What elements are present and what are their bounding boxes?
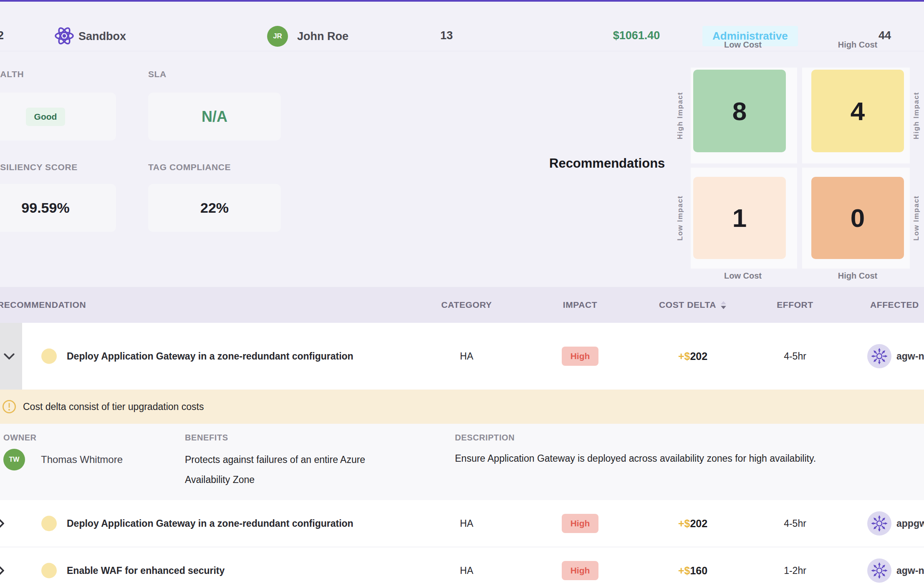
header-cost-delta-label: COST DELTA (659, 300, 716, 310)
row-expander[interactable] (0, 323, 22, 390)
quad-cell-low-impact-high-cost[interactable]: 0 (802, 168, 910, 269)
cost-delta-sign: +$ (678, 565, 690, 577)
alert-text: Cost delta consist of tier upgradation c… (23, 401, 204, 412)
chevron-down-icon[interactable] (4, 353, 15, 360)
recommendation-title[interactable]: Enable WAF for enhanced security (67, 565, 225, 576)
quad-right-label-high-impact: High Impact (912, 68, 924, 163)
health-status-badge: Good (26, 108, 66, 126)
table-row[interactable]: Enable WAF for enhanced security HA High… (0, 547, 924, 586)
severity-dot (41, 563, 57, 578)
severity-dot (41, 516, 57, 531)
quad-cell-high-impact-low-cost[interactable]: 8 (691, 68, 797, 163)
resiliency-card: 99.59% (0, 184, 116, 232)
quad-value-high-impact-high-cost[interactable]: 4 (811, 70, 904, 152)
chevron-right-icon[interactable] (0, 565, 4, 576)
impact-badge: High (562, 347, 599, 366)
benefits-text: Protects against failures of an entire A… (185, 450, 410, 490)
severity-dot (41, 349, 57, 364)
cost-delta-value: 202 (690, 518, 707, 530)
sla-value: N/A (202, 108, 227, 126)
effort-cell: 4-5hr (760, 323, 831, 390)
header-effort[interactable]: EFFORT (760, 287, 831, 323)
affected-resource-name[interactable]: appgw (896, 518, 924, 529)
cost-delta-cell: +$160 (643, 547, 743, 586)
recommendations-title: Recommendations (549, 156, 665, 171)
owner-label: OWNER (3, 433, 37, 443)
tag-compliance-label: TAG COMPLIANCE (148, 162, 231, 172)
affected-resource-chip[interactable]: appgw (867, 500, 924, 547)
resiliency-label: RESILIENCY SCORE (0, 162, 78, 172)
cost-delta-cell: +$202 (643, 323, 743, 390)
health-label: HEALTH (0, 69, 24, 79)
quad-cell-high-impact-high-cost[interactable]: 4 (802, 68, 910, 163)
quad-bottom-label-high-cost: High Cost (824, 271, 891, 281)
quad-top-label-high-cost: High Cost (824, 40, 891, 50)
category-cell: HA (433, 547, 500, 586)
quad-value-low-impact-low-cost[interactable]: 1 (693, 177, 786, 259)
quad-right-label-low-impact: Low Impact (912, 168, 924, 269)
affected-resource-name[interactable]: agw-ne (896, 351, 924, 362)
resiliency-value: 99.59% (21, 200, 69, 216)
table-header: RECOMMENDATION CATEGORY IMPACT COST DELT… (0, 287, 924, 323)
cost-delta-alert: Cost delta consist of tier upgradation c… (0, 390, 924, 424)
sort-icon[interactable] (720, 301, 727, 309)
recommendation-title[interactable]: Deploy Application Gateway in a zone-red… (67, 518, 353, 529)
impact-cell: High (547, 500, 613, 547)
workspace-atom-icon (54, 26, 74, 46)
user-name: John Roe (297, 30, 348, 43)
tag-compliance-value: 22% (200, 200, 229, 216)
header-category[interactable]: CATEGORY (433, 287, 500, 323)
sla-card: N/A (148, 93, 281, 141)
description-text: Ensure Application Gateway is deployed a… (455, 453, 918, 464)
quad-top-label-low-cost: Low Cost (709, 40, 776, 50)
tag-compliance-card: 22% (148, 184, 281, 232)
topbar-count: 13 (432, 29, 461, 42)
description-label: DESCRIPTION (455, 433, 515, 443)
table-row[interactable]: Deploy Application Gateway in a zone-red… (0, 500, 924, 547)
chevron-right-icon[interactable] (0, 518, 4, 529)
quad-value-high-impact-low-cost[interactable]: 8 (693, 70, 786, 152)
app-gateway-icon (867, 558, 891, 583)
effort-cell: 1-2hr (760, 547, 831, 586)
warning-icon (2, 400, 16, 414)
effort-cell: 4-5hr (760, 500, 831, 547)
user-avatar: JR (267, 26, 288, 47)
impact-badge: High (562, 514, 599, 533)
impact-cell: High (547, 323, 613, 390)
sla-label: SLA (148, 69, 167, 79)
quad-cell-low-impact-low-cost[interactable]: 1 (691, 168, 797, 269)
cost-delta-value: 202 (690, 350, 707, 362)
clipped-row-number: 2 (0, 29, 4, 42)
topbar-divider (0, 51, 924, 51)
health-card: Good (0, 93, 116, 141)
cost-delta-value: 160 (690, 565, 707, 577)
owner-avatar: TW (3, 449, 25, 470)
topbar-cost: $1061.40 (595, 29, 678, 42)
page: 2 Sandbox JR John Roe 13 $1061.40 Admini… (0, 0, 924, 586)
cost-delta-cell: +$202 (643, 500, 743, 547)
header-affected[interactable]: AFFECTED (870, 287, 924, 323)
cost-delta-sign: +$ (678, 350, 690, 362)
impact-badge: High (562, 561, 599, 580)
header-impact[interactable]: IMPACT (547, 287, 613, 323)
category-cell: HA (433, 500, 500, 547)
cost-delta-sign: +$ (678, 518, 690, 530)
affected-resource-chip[interactable]: agw-ne (867, 323, 924, 390)
quad-value-low-impact-high-cost[interactable]: 0 (811, 177, 904, 259)
table-row[interactable]: Deploy Application Gateway in a zone-red… (0, 323, 924, 390)
quad-left-label-high-impact: High Impact (676, 68, 688, 163)
affected-resource-chip[interactable]: agw-ne (867, 547, 924, 586)
impact-cell: High (547, 547, 613, 586)
category-cell: HA (433, 323, 500, 390)
quad-left-label-low-impact: Low Impact (676, 168, 688, 269)
header-cost-delta[interactable]: COST DELTA (643, 287, 743, 323)
app-gateway-icon (867, 511, 891, 536)
header-recommendation[interactable]: RECOMMENDATION (0, 287, 173, 323)
workspace-name[interactable]: Sandbox (78, 30, 126, 43)
row-details: OWNER TW Thomas Whitmore BENEFITS Protec… (0, 424, 924, 500)
recommendation-title[interactable]: Deploy Application Gateway in a zone-red… (67, 351, 353, 362)
affected-resource-name[interactable]: agw-ne (896, 565, 924, 576)
quad-bottom-label-low-cost: Low Cost (709, 271, 776, 281)
app-gateway-icon (867, 344, 891, 368)
benefits-label: BENEFITS (185, 433, 228, 443)
